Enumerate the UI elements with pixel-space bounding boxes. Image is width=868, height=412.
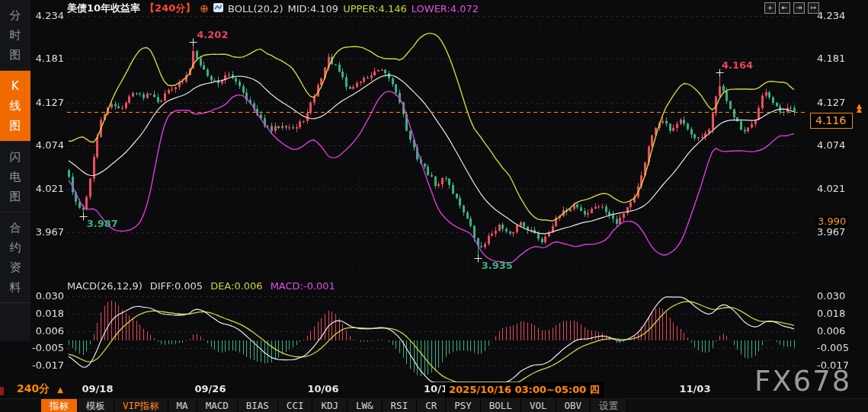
- toolbar-button-VIP指标[interactable]: VIP指标: [114, 399, 168, 412]
- period-selector-label[interactable]: 240分: [17, 382, 50, 394]
- toolbar-button-LW&[interactable]: LW&: [348, 399, 383, 412]
- compress-left-icon[interactable]: ⇤: [779, 2, 790, 14]
- price-tick-right: 4.021: [817, 183, 845, 194]
- goto-latest-icon[interactable]: ↦: [808, 2, 819, 14]
- compress-right-icon[interactable]: ⇥: [793, 2, 805, 14]
- price-tick-right: 4.127: [817, 97, 845, 108]
- prev-close-level-label: 3.990: [815, 216, 848, 227]
- price-tick-left: 4.127: [30, 97, 64, 108]
- macd-header: MACD(26,12,9) DIFF:0.005 DEA:0.006 MACD:…: [67, 280, 335, 292]
- period-selector[interactable]: 240分▲: [17, 382, 63, 396]
- macd-tick-left: 0.018: [30, 308, 64, 319]
- add-indicator-icon[interactable]: ⊕: [200, 2, 209, 14]
- toolbar-button-OBV[interactable]: OBV: [556, 399, 591, 412]
- macd-tick-left: 0.030: [30, 290, 64, 302]
- macd-tick-right: 0.018: [817, 308, 845, 319]
- crosshair-icon[interactable]: +: [764, 2, 776, 14]
- toolbar-button-PSY[interactable]: PSY: [446, 399, 481, 412]
- price-tick-left: 4.234: [30, 10, 64, 21]
- boll-upper-value: UPPER:4.146: [343, 3, 407, 14]
- toolbar-button-RSI[interactable]: RSI: [383, 399, 418, 412]
- macd-tick-right: 0.006: [817, 325, 845, 337]
- price-tick-left: 3.967: [30, 226, 64, 238]
- trading-app: 分时图K线图闪电图合约资料 美债10年收益率 【240分】 ⊕ BOLL(20,…: [0, 0, 868, 412]
- instrument-title: 美债10年收益率: [67, 2, 140, 15]
- macd-params-label: MACD(26,12,9): [67, 280, 143, 292]
- macd-tick-right: 0.030: [817, 290, 845, 302]
- x-axis-label: 11/03: [680, 383, 711, 394]
- toolbar-button-CCI[interactable]: CCI: [278, 399, 313, 412]
- current-price-label: 4.116: [810, 113, 853, 129]
- boll-mid-value: MID:4.109: [287, 3, 338, 14]
- chart-type-sidebar: 分时图K线图闪电图合约资料: [0, 0, 30, 341]
- mini-chart-icon[interactable]: [213, 3, 223, 14]
- boll-lower-value: LOWER:4.072: [412, 3, 479, 14]
- boll-params-label: BOLL(20,2): [228, 3, 283, 14]
- price-tick-left: 4.181: [30, 53, 64, 64]
- sidebar-item-K线图[interactable]: K线图: [0, 71, 30, 142]
- price-annotation: 4.164: [722, 59, 753, 71]
- macd-tick-left: -0.005: [30, 342, 64, 353]
- toolbar-button-BOLL[interactable]: BOLL: [481, 399, 521, 412]
- toolbar-button-设置[interactable]: 设置: [591, 399, 627, 412]
- sidebar-item-分时图[interactable]: 分时图: [0, 0, 30, 71]
- indicator-toolbar: 指标模板VIP指标MAMACDBIASCCIKDJLW&RSICRPSYBOLL…: [0, 398, 868, 412]
- chart-nav-icons: +⇤⇥↦: [764, 2, 819, 14]
- price-tick-right: 4.074: [817, 139, 845, 151]
- sidebar-item-合约资料[interactable]: 合约资料: [0, 212, 30, 303]
- macd-tick-right: -0.017: [817, 359, 849, 371]
- toolbar-button-KDJ[interactable]: KDJ: [312, 399, 348, 412]
- current-price-marker-icon: ▲▲: [857, 104, 862, 112]
- macd-tick-left: 0.006: [30, 325, 64, 337]
- macd-diff-value: DIFF:0.005: [150, 280, 203, 292]
- price-annotation: 4.202: [197, 29, 228, 40]
- toolbar-button-VOL[interactable]: VOL: [521, 399, 556, 412]
- macd-macd-value: MACD:-0.001: [271, 280, 335, 292]
- crosshair-date-tooltip: 2025/10/16 03:00~05:00 四: [445, 382, 604, 398]
- toolbar-button-MA[interactable]: MA: [168, 399, 197, 412]
- toolbar-button-BIAS[interactable]: BIAS: [238, 399, 278, 412]
- x-axis-label: 09/26: [195, 383, 226, 394]
- price-tick-left: 4.021: [30, 183, 64, 194]
- price-tick-right: 4.181: [817, 53, 845, 64]
- price-tick-right: 3.967: [817, 226, 845, 238]
- x-axis-label: 09/18: [82, 383, 114, 394]
- price-tick-right: 4.234: [817, 10, 845, 21]
- sidebar-item-闪电图[interactable]: 闪电图: [0, 142, 30, 212]
- macd-dea-value: DEA:0.006: [210, 280, 263, 292]
- price-tick-left: 4.074: [30, 139, 64, 151]
- period-selector-arrow-icon: ▲: [57, 385, 63, 394]
- toolbar-button-CR[interactable]: CR: [417, 399, 446, 412]
- price-annotation: 3.987: [87, 218, 118, 229]
- main-chart-header: 美债10年收益率 【240分】 ⊕ BOLL(20,2) MID:4.109 U…: [67, 2, 479, 14]
- period-tag[interactable]: 【240分】: [145, 2, 195, 15]
- macd-tick-right: -0.005: [817, 342, 849, 353]
- price-annotation: 3.935: [482, 260, 513, 271]
- toolbar-button-MACD[interactable]: MACD: [197, 399, 238, 412]
- edge-marker: [0, 387, 4, 395]
- toolbar-button-指标[interactable]: 指标: [41, 399, 78, 412]
- x-axis-label: 10/06: [308, 383, 339, 394]
- toolbar-button-模板[interactable]: 模板: [78, 399, 114, 412]
- macd-tick-left: -0.017: [30, 359, 64, 371]
